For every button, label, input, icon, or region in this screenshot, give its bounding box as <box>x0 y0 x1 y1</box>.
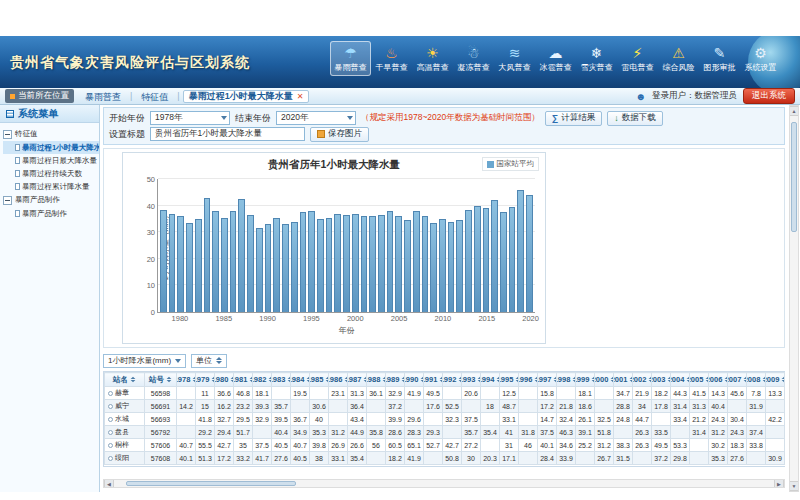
column-header-year-2001[interactable]: 2001 <box>614 373 633 387</box>
column-header-year-1996[interactable]: 1996 <box>519 373 538 387</box>
close-icon[interactable]: ✕ <box>297 90 304 103</box>
breadcrumb-separator: | <box>130 91 132 101</box>
nav-rainstorm-button[interactable]: ☂暴雨普查 <box>330 41 371 76</box>
hscroll-thumb[interactable] <box>126 481 296 486</box>
column-header-year-2002[interactable]: 2002 <box>633 373 652 387</box>
sidebar-item[interactable]: 暴雨产品制作 <box>3 207 99 220</box>
column-header-year-1995[interactable]: 1995 <box>500 373 519 387</box>
table-row[interactable]: 盘县5679229.229.451.740.434.935.331.244.93… <box>105 426 786 439</box>
nav-snow-button[interactable]: ❄雪灾普查 <box>576 41 617 76</box>
tree-group[interactable]: 特征值 <box>3 127 99 141</box>
data-download-button[interactable]: ↓ 数据下载 <box>607 111 663 126</box>
nav-lightning-button[interactable]: ⚡雷电普查 <box>617 41 658 76</box>
nav-settings-button[interactable]: ⚙系统设置 <box>740 41 781 76</box>
bar-1987 <box>238 199 245 312</box>
table-row[interactable]: 水城5669341.832.729.532.939.536.74043.439.… <box>105 413 786 426</box>
breadcrumb-tab[interactable]: 暴雨普查 <box>79 90 127 103</box>
hscroll-track[interactable] <box>114 480 774 487</box>
column-header-station-name[interactable]: 站名 <box>105 373 145 387</box>
column-header-year-2000[interactable]: 2000 <box>595 373 614 387</box>
nav-hail-button[interactable]: ☁冰雹普查 <box>535 41 576 76</box>
column-header-station-id[interactable]: 站号 <box>145 373 177 387</box>
column-header-content: 2008 <box>748 375 764 384</box>
scroll-right-icon[interactable]: ▶ <box>774 480 784 487</box>
column-header-year-2003[interactable]: 2003 <box>652 373 671 387</box>
breadcrumb-tab[interactable]: 暴雨过程1小时最大降水量✕ <box>183 90 310 103</box>
start-year-select[interactable]: 1978年 <box>150 111 230 125</box>
column-header-year-1985[interactable]: 1985 <box>310 373 329 387</box>
sidebar-item[interactable]: 暴雨过程1小时最大降水量 <box>3 141 99 154</box>
column-header-year-2010[interactable]: 2010 <box>785 373 786 387</box>
column-header-year-1988[interactable]: 1988 <box>367 373 386 387</box>
nav-freeze-button[interactable]: ☃凝冻普查 <box>453 41 494 76</box>
table-row[interactable]: 赫章565981136.646.818.119.523.131.336.132.… <box>105 387 786 400</box>
column-header-year-2006[interactable]: 2006 <box>709 373 728 387</box>
radio-icon[interactable] <box>108 443 113 448</box>
column-header-year-1989[interactable]: 1989 <box>386 373 405 387</box>
nav-wind-button[interactable]: ≋大风普查 <box>494 41 535 76</box>
scroll-down-icon[interactable]: ▼ <box>790 481 798 491</box>
chart-title-input[interactable] <box>150 127 305 141</box>
column-header-year-1979[interactable]: 1979 <box>196 373 215 387</box>
radio-icon[interactable] <box>108 404 113 409</box>
collapse-icon[interactable] <box>3 196 12 205</box>
vscroll-track[interactable] <box>790 116 798 481</box>
column-header-year-1997[interactable]: 1997 <box>538 373 557 387</box>
column-header-year-1987[interactable]: 1987 <box>348 373 367 387</box>
tree-group[interactable]: 暴雨产品制作 <box>3 193 99 207</box>
logout-button[interactable]: 退出系统 <box>743 88 795 104</box>
column-header-year-1990[interactable]: 1990 <box>405 373 424 387</box>
column-header-year-2008[interactable]: 2008 <box>747 373 766 387</box>
scroll-left-icon[interactable]: ◀ <box>104 480 114 487</box>
heat-icon: ☀ <box>413 44 452 63</box>
column-header-year-1978[interactable]: 1978 <box>177 373 196 387</box>
unit-select[interactable]: 单位 <box>191 354 227 368</box>
table-row[interactable]: 威宁5669114.21516.223.239.335.730.636.437.… <box>105 400 786 413</box>
column-header-year-2005[interactable]: 2005 <box>690 373 709 387</box>
radio-icon[interactable] <box>108 456 113 461</box>
station-name-wrap: 赫章 <box>106 388 143 398</box>
nav-heat-button[interactable]: ☀高温普查 <box>412 41 453 76</box>
column-header-year-1981[interactable]: 1981 <box>234 373 253 387</box>
sidebar-item[interactable]: 暴雨过程累计降水量 <box>3 180 99 193</box>
column-header-year-1993[interactable]: 1993 <box>462 373 481 387</box>
radio-icon[interactable] <box>108 391 113 396</box>
column-header-year-2007[interactable]: 2007 <box>728 373 747 387</box>
column-header-year-1992[interactable]: 1992 <box>443 373 462 387</box>
column-header-year-1984[interactable]: 1984 <box>291 373 310 387</box>
collapse-icon[interactable] <box>3 130 12 139</box>
column-header-year-1999[interactable]: 1999 <box>576 373 595 387</box>
nav-risk-button[interactable]: ⚠综合风险 <box>658 41 699 76</box>
field-select[interactable]: 1小时降水量(mm) <box>103 354 186 368</box>
vertical-scrollbar[interactable]: ▲ ▼ <box>789 105 799 492</box>
column-label: 1988 <box>367 375 381 384</box>
horizontal-scrollbar[interactable]: ◀ ▶ <box>103 479 785 488</box>
column-header-year-1986[interactable]: 1986 <box>329 373 348 387</box>
save-image-button[interactable]: 保存图片 <box>310 127 369 142</box>
column-header-year-1991[interactable]: 1991 <box>424 373 443 387</box>
column-header-year-1980[interactable]: 1980 <box>215 373 234 387</box>
vscroll-thumb[interactable] <box>791 122 797 232</box>
sidebar-item[interactable]: 暴雨过程持续天数 <box>3 167 99 180</box>
column-header-year-2009[interactable]: 2009 <box>766 373 785 387</box>
calc-result-button[interactable]: ∑ 计算结果 <box>545 111 602 126</box>
x-axis-label: 年份 <box>158 325 535 336</box>
value-cell <box>519 387 538 400</box>
radio-icon[interactable] <box>108 430 113 435</box>
nav-drought-button[interactable]: ♨干旱普查 <box>371 41 412 76</box>
scroll-up-icon[interactable]: ▲ <box>790 106 798 116</box>
bar-1986 <box>230 211 237 312</box>
sidebar-item[interactable]: 暴雨过程日最大降水量 <box>3 154 99 167</box>
table-row[interactable]: 桐梓5760640.755.542.73537.540.540.739.826.… <box>105 439 786 452</box>
breadcrumb-tab[interactable]: 特征值 <box>135 90 174 103</box>
column-header-year-2004[interactable]: 2004 <box>671 373 690 387</box>
table-row[interactable]: 绥阳5760840.151.317.233.241.727.640.53833.… <box>105 452 786 465</box>
column-header-year-1994[interactable]: 1994 <box>481 373 500 387</box>
radio-icon[interactable] <box>108 417 113 422</box>
column-header-year-1998[interactable]: 1998 <box>557 373 576 387</box>
column-header-year-1982[interactable]: 1982 <box>253 373 272 387</box>
nav-map-approval-button[interactable]: ✎图形审批 <box>699 41 740 76</box>
end-year-select[interactable]: 2020年 <box>276 111 356 125</box>
station-name: 水城 <box>115 414 129 424</box>
column-header-year-1983[interactable]: 1983 <box>272 373 291 387</box>
